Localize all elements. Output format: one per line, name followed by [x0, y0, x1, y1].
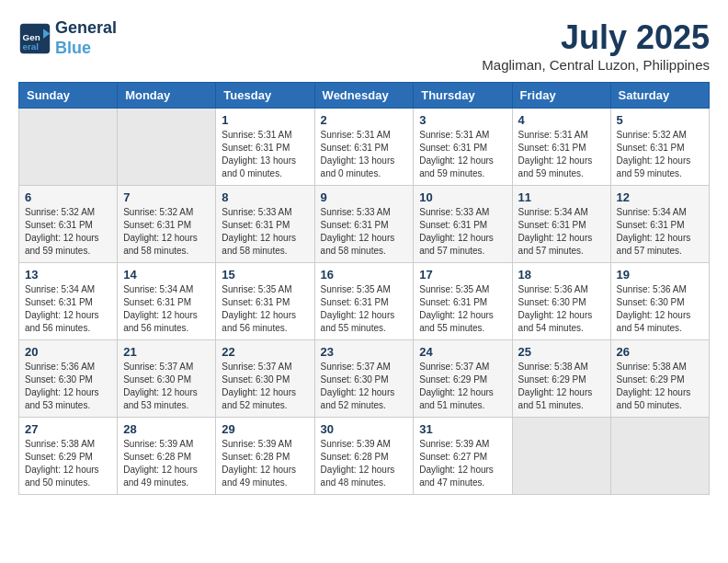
calendar-cell: 2Sunrise: 5:31 AM Sunset: 6:31 PM Daylig…: [314, 109, 414, 186]
calendar-cell: 4Sunrise: 5:31 AM Sunset: 6:31 PM Daylig…: [512, 109, 610, 186]
calendar-cell: 17Sunrise: 5:35 AM Sunset: 6:31 PM Dayli…: [414, 263, 512, 340]
day-info: Sunrise: 5:36 AM Sunset: 6:30 PM Dayligh…: [617, 283, 703, 335]
day-number: 3: [419, 113, 506, 127]
day-info: Sunrise: 5:33 AM Sunset: 6:31 PM Dayligh…: [222, 206, 308, 258]
calendar-cell: 3Sunrise: 5:31 AM Sunset: 6:31 PM Daylig…: [414, 109, 512, 186]
weekday-header-sunday: Sunday: [19, 83, 118, 109]
day-info: Sunrise: 5:39 AM Sunset: 6:28 PM Dayligh…: [321, 438, 408, 489]
day-number: 12: [617, 190, 703, 204]
calendar-cell: 26Sunrise: 5:38 AM Sunset: 6:29 PM Dayli…: [610, 340, 709, 418]
day-number: 10: [419, 190, 506, 204]
calendar-cell: 18Sunrise: 5:36 AM Sunset: 6:30 PM Dayli…: [512, 263, 610, 340]
day-number: 31: [419, 422, 506, 436]
day-info: Sunrise: 5:32 AM Sunset: 6:31 PM Dayligh…: [617, 129, 703, 180]
day-info: Sunrise: 5:36 AM Sunset: 6:30 PM Dayligh…: [518, 283, 605, 335]
calendar-cell: 9Sunrise: 5:33 AM Sunset: 6:31 PM Daylig…: [314, 186, 414, 263]
page-header: Gen eral General Blue July 2025 Magliman…: [18, 18, 710, 73]
day-number: 16: [321, 268, 408, 282]
calendar-cell: 19Sunrise: 5:36 AM Sunset: 6:30 PM Dayli…: [610, 263, 709, 340]
weekday-header-monday: Monday: [118, 83, 216, 109]
day-info: Sunrise: 5:37 AM Sunset: 6:30 PM Dayligh…: [222, 361, 308, 412]
day-info: Sunrise: 5:37 AM Sunset: 6:29 PM Dayligh…: [419, 361, 506, 412]
day-number: 1: [222, 113, 308, 127]
calendar-cell: 1Sunrise: 5:31 AM Sunset: 6:31 PM Daylig…: [216, 109, 314, 186]
day-number: 7: [123, 190, 210, 204]
calendar-cell: 29Sunrise: 5:39 AM Sunset: 6:28 PM Dayli…: [216, 418, 314, 495]
day-number: 23: [321, 345, 408, 359]
day-info: Sunrise: 5:35 AM Sunset: 6:31 PM Dayligh…: [419, 283, 506, 335]
calendar-cell: [610, 418, 709, 495]
title-block: July 2025 Magliman, Central Luzon, Phili…: [482, 18, 710, 73]
calendar-week-row: 20Sunrise: 5:36 AM Sunset: 6:30 PM Dayli…: [19, 340, 710, 418]
calendar-cell: 16Sunrise: 5:35 AM Sunset: 6:31 PM Dayli…: [314, 263, 414, 340]
calendar-cell: 21Sunrise: 5:37 AM Sunset: 6:30 PM Dayli…: [118, 340, 216, 418]
weekday-header-friday: Friday: [512, 83, 610, 109]
calendar-cell: 30Sunrise: 5:39 AM Sunset: 6:28 PM Dayli…: [314, 418, 414, 495]
day-number: 29: [222, 422, 308, 436]
calendar-cell: 22Sunrise: 5:37 AM Sunset: 6:30 PM Dayli…: [216, 340, 314, 418]
calendar-table: SundayMondayTuesdayWednesdayThursdayFrid…: [18, 82, 710, 495]
day-number: 26: [617, 345, 703, 359]
calendar-week-row: 6Sunrise: 5:32 AM Sunset: 6:31 PM Daylig…: [19, 186, 710, 263]
day-number: 30: [321, 422, 408, 436]
calendar-cell: 11Sunrise: 5:34 AM Sunset: 6:31 PM Dayli…: [512, 186, 610, 263]
weekday-header-tuesday: Tuesday: [216, 83, 314, 109]
day-info: Sunrise: 5:35 AM Sunset: 6:31 PM Dayligh…: [222, 283, 308, 335]
calendar-cell: 13Sunrise: 5:34 AM Sunset: 6:31 PM Dayli…: [19, 263, 118, 340]
calendar-cell: 12Sunrise: 5:34 AM Sunset: 6:31 PM Dayli…: [610, 186, 709, 263]
day-number: 24: [419, 345, 506, 359]
calendar-cell: [19, 109, 118, 186]
calendar-cell: 15Sunrise: 5:35 AM Sunset: 6:31 PM Dayli…: [216, 263, 314, 340]
day-number: 2: [321, 113, 408, 127]
logo-line2: Blue: [55, 39, 91, 57]
day-info: Sunrise: 5:33 AM Sunset: 6:31 PM Dayligh…: [419, 206, 506, 258]
day-info: Sunrise: 5:31 AM Sunset: 6:31 PM Dayligh…: [222, 129, 308, 180]
day-info: Sunrise: 5:38 AM Sunset: 6:29 PM Dayligh…: [617, 361, 703, 412]
month-title: July 2025: [482, 18, 710, 57]
day-number: 20: [25, 345, 111, 359]
day-number: 22: [222, 345, 308, 359]
calendar-cell: 5Sunrise: 5:32 AM Sunset: 6:31 PM Daylig…: [610, 109, 709, 186]
day-number: 19: [617, 268, 703, 282]
day-info: Sunrise: 5:34 AM Sunset: 6:31 PM Dayligh…: [25, 283, 111, 335]
calendar-header-row: SundayMondayTuesdayWednesdayThursdayFrid…: [19, 83, 710, 109]
day-number: 25: [518, 345, 605, 359]
weekday-header-thursday: Thursday: [414, 83, 512, 109]
calendar-cell: 6Sunrise: 5:32 AM Sunset: 6:31 PM Daylig…: [19, 186, 118, 263]
logo-text: General Blue: [55, 18, 117, 58]
day-info: Sunrise: 5:31 AM Sunset: 6:31 PM Dayligh…: [419, 129, 506, 180]
day-info: Sunrise: 5:38 AM Sunset: 6:29 PM Dayligh…: [518, 361, 605, 412]
calendar-cell: 10Sunrise: 5:33 AM Sunset: 6:31 PM Dayli…: [414, 186, 512, 263]
day-info: Sunrise: 5:39 AM Sunset: 6:28 PM Dayligh…: [123, 438, 210, 489]
calendar-week-row: 1Sunrise: 5:31 AM Sunset: 6:31 PM Daylig…: [19, 109, 710, 186]
calendar-cell: [118, 109, 216, 186]
calendar-cell: 7Sunrise: 5:32 AM Sunset: 6:31 PM Daylig…: [118, 186, 216, 263]
day-number: 21: [123, 345, 210, 359]
day-number: 27: [25, 422, 111, 436]
day-info: Sunrise: 5:32 AM Sunset: 6:31 PM Dayligh…: [123, 206, 210, 258]
day-info: Sunrise: 5:34 AM Sunset: 6:31 PM Dayligh…: [123, 283, 210, 335]
logo-line1: General: [55, 18, 117, 37]
weekday-header-saturday: Saturday: [610, 83, 709, 109]
calendar-cell: 23Sunrise: 5:37 AM Sunset: 6:30 PM Dayli…: [314, 340, 414, 418]
logo-icon: Gen eral: [18, 22, 51, 55]
day-info: Sunrise: 5:37 AM Sunset: 6:30 PM Dayligh…: [321, 361, 408, 412]
day-info: Sunrise: 5:36 AM Sunset: 6:30 PM Dayligh…: [25, 361, 111, 412]
day-info: Sunrise: 5:39 AM Sunset: 6:27 PM Dayligh…: [419, 438, 506, 489]
calendar-week-row: 27Sunrise: 5:38 AM Sunset: 6:29 PM Dayli…: [19, 418, 710, 495]
day-info: Sunrise: 5:32 AM Sunset: 6:31 PM Dayligh…: [25, 206, 111, 258]
calendar-cell: 20Sunrise: 5:36 AM Sunset: 6:30 PM Dayli…: [19, 340, 118, 418]
day-info: Sunrise: 5:33 AM Sunset: 6:31 PM Dayligh…: [321, 206, 408, 258]
calendar-cell: 28Sunrise: 5:39 AM Sunset: 6:28 PM Dayli…: [118, 418, 216, 495]
weekday-header-wednesday: Wednesday: [314, 83, 414, 109]
calendar-week-row: 13Sunrise: 5:34 AM Sunset: 6:31 PM Dayli…: [19, 263, 710, 340]
day-number: 17: [419, 268, 506, 282]
day-info: Sunrise: 5:31 AM Sunset: 6:31 PM Dayligh…: [321, 129, 408, 180]
day-info: Sunrise: 5:39 AM Sunset: 6:28 PM Dayligh…: [222, 438, 308, 489]
day-number: 8: [222, 190, 308, 204]
calendar-cell: 27Sunrise: 5:38 AM Sunset: 6:29 PM Dayli…: [19, 418, 118, 495]
logo: Gen eral General Blue: [18, 18, 117, 58]
day-number: 6: [25, 190, 111, 204]
day-number: 15: [222, 268, 308, 282]
location-subtitle: Magliman, Central Luzon, Philippines: [482, 57, 710, 73]
